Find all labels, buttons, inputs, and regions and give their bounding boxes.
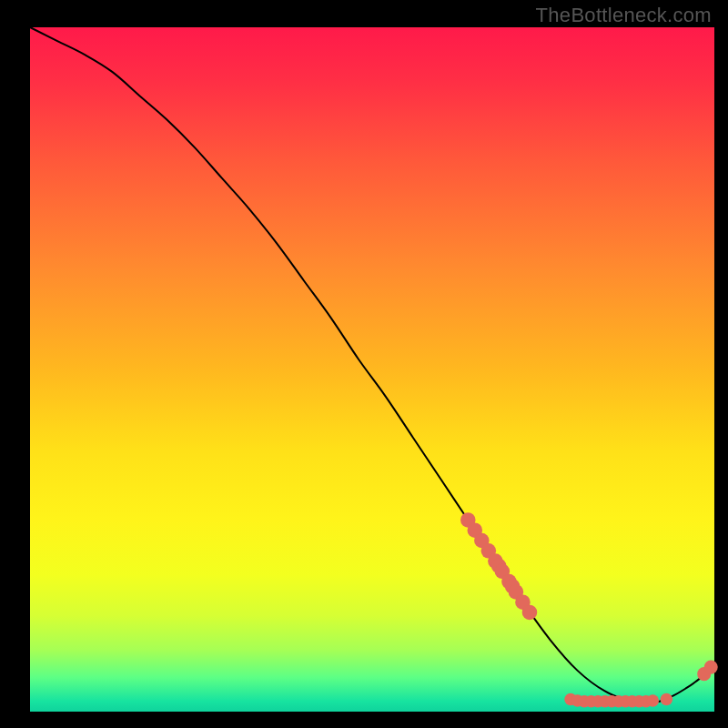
marker-point [647,694,660,707]
marker-point [661,693,673,706]
bottleneck-chart [0,0,728,728]
plot-background [30,27,714,712]
marker-point [522,605,538,621]
chart-container: TheBottleneck.com [0,0,728,728]
marker-point [704,661,718,674]
watermark-text: TheBottleneck.com [536,4,712,27]
